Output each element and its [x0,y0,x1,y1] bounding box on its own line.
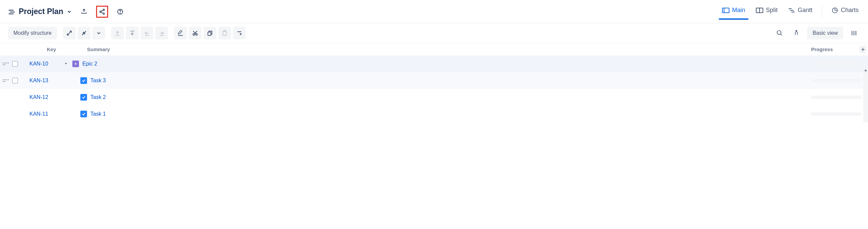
copy-button[interactable] [204,27,216,39]
svg-marker-41 [864,69,867,71]
move-up-button[interactable] [111,27,124,39]
summary-text[interactable]: Task 1 [90,111,106,117]
progress-bar [811,79,861,82]
task-icon [80,77,87,84]
tab-gantt[interactable]: Gantt [787,4,814,19]
task-icon [80,94,87,101]
table-row[interactable]: KAN-12 Task 2 [0,89,868,106]
svg-line-33 [781,34,782,36]
summary-text[interactable]: Epic 2 [82,61,97,67]
table-row[interactable]: KAN-11 Task 1 [0,106,868,122]
svg-line-6 [101,10,103,11]
progress-bar [811,96,861,99]
basic-view-button[interactable]: Basic view [807,27,843,39]
task-icon [80,111,87,117]
svg-rect-10 [722,8,729,13]
issue-key: KAN-12 [24,94,64,100]
col-header-summary[interactable]: Summary [87,46,811,52]
export-button[interactable] [78,6,90,18]
page-title: Project Plan [19,7,63,16]
toolbar-right: Basic view [774,27,860,39]
columns-button[interactable] [848,27,860,39]
issue-key-link[interactable]: KAN-10 [29,61,48,67]
table-row[interactable]: KAN-10 Epic 2 [0,55,868,72]
collapse-button[interactable] [78,27,90,39]
tab-gantt-label: Gantt [798,7,812,14]
expand-group [63,27,105,39]
issue-key: KAN-10 [24,61,64,67]
row-checkbox[interactable] [12,78,18,84]
svg-marker-40 [65,63,67,64]
indent-button[interactable] [155,27,168,39]
search-button[interactable] [774,27,786,39]
progress-bar [811,62,861,66]
cut-button[interactable] [189,27,202,39]
summary-cell: Task 2 [64,94,811,101]
view-tabs: Main Split Gantt Charts [721,4,860,19]
issue-key-link[interactable]: KAN-11 [29,111,48,117]
grid: Key Summary Progress KAN-10 Epic 2 [0,43,868,122]
add-column-button[interactable] [859,46,867,53]
move-group [111,27,168,39]
title-group[interactable]: Project Plan [8,7,72,16]
outdent-button[interactable] [141,27,153,39]
filter-button[interactable] [790,27,802,39]
tab-split-label: Split [766,7,778,14]
issue-key-link[interactable]: KAN-12 [29,94,48,100]
svg-line-7 [101,12,103,13]
expand-caret-icon[interactable] [64,61,69,67]
tab-charts[interactable]: Charts [830,4,860,19]
share-button[interactable] [96,6,108,18]
summary-cell: Task 3 [64,77,811,84]
drag-handle-icon[interactable] [3,93,9,101]
svg-point-5 [103,13,104,14]
chevron-down-icon [67,9,72,14]
vertical-scrollbar[interactable] [863,68,868,122]
drag-handle-icon[interactable] [3,77,9,85]
topbar: Project Plan Main [0,0,868,24]
scroll-up-icon[interactable] [863,68,868,73]
col-header-key[interactable]: Key [47,46,87,52]
expand-button[interactable] [63,27,76,39]
drag-handle-icon[interactable] [3,60,9,68]
grid-body: KAN-10 Epic 2 KAN-13 Task 3 [0,55,868,122]
collapse-dropdown[interactable] [92,27,105,39]
divider [822,6,822,18]
progress-bar [811,112,861,116]
table-row[interactable]: KAN-13 Task 3 [0,72,868,89]
row-checkbox[interactable] [12,61,18,67]
move-down-button[interactable] [126,27,138,39]
edit-group [174,27,246,39]
grid-header: Key Summary Progress [0,43,868,55]
tab-main[interactable]: Main [721,4,746,19]
summary-text[interactable]: Task 2 [90,94,106,100]
svg-rect-26 [208,32,211,35]
paste-button[interactable] [218,27,231,39]
issue-key-link[interactable]: KAN-13 [29,78,48,83]
summary-text[interactable]: Task 3 [90,78,106,84]
modify-structure-button[interactable]: Modify structure [8,27,57,39]
summary-cell: Task 1 [64,111,811,117]
tab-main-label: Main [732,7,745,14]
tab-split[interactable]: Split [754,4,779,19]
summary-cell: Epic 2 [64,61,811,67]
svg-point-9 [120,13,120,13]
delete-button[interactable] [233,27,246,39]
svg-point-32 [777,31,781,35]
epic-icon [72,61,79,67]
structure-icon [8,8,16,15]
edit-button[interactable] [174,27,187,39]
tab-charts-label: Charts [841,7,859,14]
issue-key: KAN-13 [24,78,64,84]
svg-point-3 [103,9,104,10]
issue-key: KAN-11 [24,111,64,117]
toolbar: Modify structure [0,24,868,43]
svg-point-4 [100,11,101,12]
drag-handle-icon[interactable] [3,110,9,118]
help-button[interactable] [114,6,126,18]
